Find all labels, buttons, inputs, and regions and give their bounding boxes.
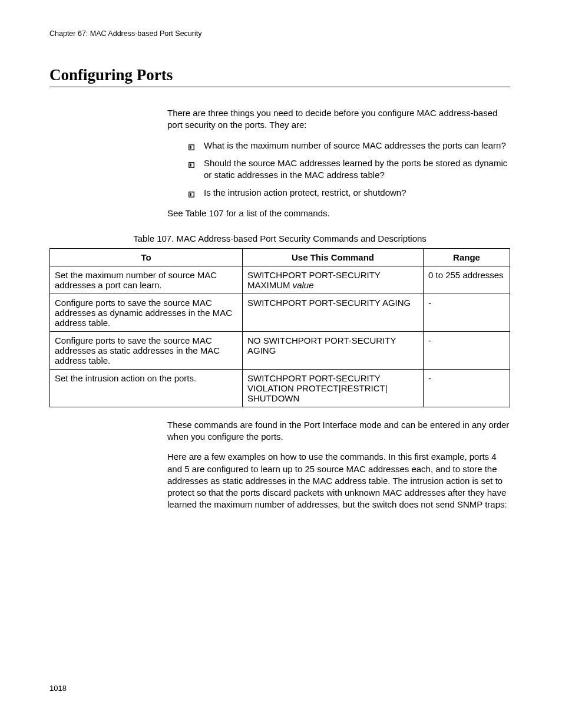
svg-rect-3 bbox=[190, 163, 191, 166]
cell-command: SWITCHPORT PORT-SECURITY MAXIMUM value bbox=[243, 266, 424, 294]
after-block: These commands are found in the Port Int… bbox=[167, 419, 510, 511]
cell-to: Set the maximum number of source MAC add… bbox=[50, 266, 243, 294]
cell-to: Set the intrusion action on the ports. bbox=[50, 369, 243, 407]
list-item: Should the source MAC addresses learned … bbox=[189, 157, 510, 182]
svg-rect-0 bbox=[189, 144, 194, 150]
bullet-text: What is the maximum number of source MAC… bbox=[204, 140, 506, 150]
bullet-icon bbox=[189, 141, 194, 153]
intro-block: There are three things you need to decid… bbox=[167, 107, 510, 219]
col-header-range: Range bbox=[424, 248, 510, 266]
col-header-to: To bbox=[50, 248, 243, 266]
cmd-text: SWITCHPORT PORT-SECURITY MAXIMUM bbox=[247, 270, 381, 290]
bullet-text: Should the source MAC addresses learned … bbox=[204, 158, 507, 180]
list-item: Is the intrusion action protect, restric… bbox=[189, 187, 510, 199]
svg-rect-5 bbox=[190, 193, 191, 196]
page-container: Chapter 67: MAC Address-based Port Secur… bbox=[0, 0, 562, 728]
table-row: Configure ports to save the source MAC a… bbox=[50, 331, 510, 369]
commands-table: To Use This Command Range Set the maximu… bbox=[49, 248, 510, 407]
table-row: Set the intrusion action on the ports. S… bbox=[50, 369, 510, 407]
col-header-command: Use This Command bbox=[243, 248, 424, 266]
chapter-header: Chapter 67: MAC Address-based Port Secur… bbox=[49, 29, 510, 38]
cell-command: SWITCHPORT PORT-SECURITY AGING bbox=[243, 294, 424, 331]
see-table-line: See Table 107 for a list of the commands… bbox=[167, 207, 510, 219]
cmd-arg: value bbox=[293, 280, 314, 290]
svg-rect-4 bbox=[189, 192, 194, 197]
cell-to: Configure ports to save the source MAC a… bbox=[50, 294, 243, 331]
after-paragraph-2: Here are a few examples on how to use th… bbox=[167, 451, 510, 510]
bullet-icon bbox=[189, 189, 194, 200]
cell-range: 0 to 255 addresses bbox=[424, 266, 510, 294]
table-caption: Table 107. MAC Address-based Port Securi… bbox=[49, 233, 510, 243]
intro-bullet-list: What is the maximum number of source MAC… bbox=[189, 140, 510, 199]
cell-command: NO SWITCHPORT PORT-SECURITY AGING bbox=[243, 331, 424, 369]
list-item: What is the maximum number of source MAC… bbox=[189, 140, 510, 151]
page-number: 1018 bbox=[49, 684, 67, 693]
bullet-icon bbox=[189, 159, 194, 171]
section-title: Configuring Ports bbox=[49, 66, 510, 87]
table-row: Configure ports to save the source MAC a… bbox=[50, 294, 510, 331]
after-paragraph-1: These commands are found in the Port Int… bbox=[167, 419, 510, 443]
cell-command: SWITCHPORT PORT-SECURITY VIOLATION PROTE… bbox=[243, 369, 424, 407]
svg-rect-2 bbox=[189, 163, 194, 168]
svg-rect-1 bbox=[190, 146, 191, 149]
table-header-row: To Use This Command Range bbox=[50, 248, 510, 266]
table-row: Set the maximum number of source MAC add… bbox=[50, 266, 510, 294]
cell-range: - bbox=[424, 331, 510, 369]
cell-range: - bbox=[424, 294, 510, 331]
cell-range: - bbox=[424, 369, 510, 407]
bullet-text: Is the intrusion action protect, restric… bbox=[204, 187, 406, 197]
cmd-text: SWITCHPORT PORT-SECURITY AGING bbox=[247, 298, 411, 308]
intro-paragraph: There are three things you need to decid… bbox=[167, 107, 510, 131]
cmd-text: NO SWITCHPORT PORT-SECURITY AGING bbox=[247, 335, 396, 355]
cell-to: Configure ports to save the source MAC a… bbox=[50, 331, 243, 369]
cmd-text: SWITCHPORT PORT-SECURITY VIOLATION PROTE… bbox=[247, 373, 388, 403]
